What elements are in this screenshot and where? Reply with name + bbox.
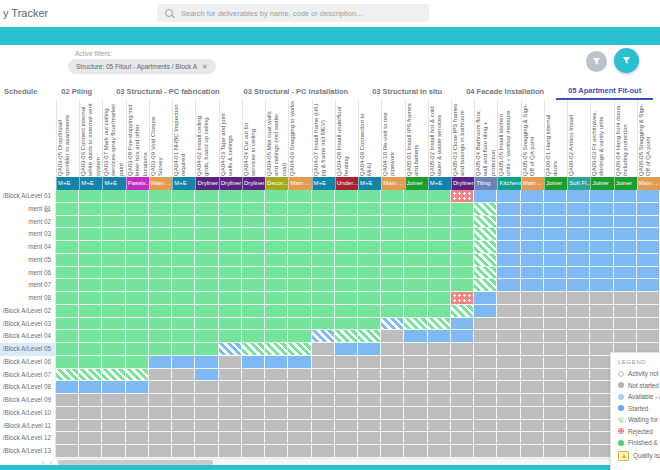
grid-cell[interactable] <box>195 356 218 369</box>
grid-cell[interactable] <box>172 279 195 292</box>
grid-cell[interactable] <box>637 254 660 267</box>
grid-cell[interactable] <box>497 241 520 254</box>
grid-cell[interactable] <box>474 318 497 331</box>
grid-cell[interactable] <box>474 420 497 433</box>
grid-cell[interactable] <box>242 228 265 241</box>
grid-cell[interactable] <box>590 216 613 229</box>
grid-cell[interactable] <box>265 394 288 407</box>
grid-cell[interactable] <box>288 279 311 292</box>
grid-cell[interactable] <box>242 241 265 254</box>
grid-cell[interactable] <box>195 432 218 445</box>
grid-cell[interactable] <box>126 279 149 292</box>
grid-cell[interactable] <box>614 190 637 203</box>
grid-cell[interactable] <box>474 381 497 394</box>
grid-cell[interactable] <box>242 407 265 420</box>
grid-cell[interactable] <box>404 343 427 356</box>
grid-cell[interactable] <box>521 381 544 394</box>
grid-cell[interactable] <box>312 394 335 407</box>
grid-cell[interactable] <box>474 305 497 318</box>
grid-cell[interactable] <box>544 394 567 407</box>
grid-cell[interactable] <box>567 267 590 280</box>
grid-cell[interactable] <box>149 228 172 241</box>
grid-cell[interactable] <box>242 381 265 394</box>
grid-cell[interactable] <box>451 267 474 280</box>
grid-cell[interactable] <box>497 318 520 331</box>
grid-cell[interactable] <box>126 190 149 203</box>
grid-cell[interactable] <box>242 254 265 267</box>
tab-02-piling[interactable]: 02 Piling <box>49 82 104 100</box>
grid-cell[interactable] <box>312 216 335 229</box>
grid-cell[interactable] <box>335 305 358 318</box>
grid-cell[interactable] <box>521 254 544 267</box>
grid-cell[interactable] <box>381 228 404 241</box>
grid-cell[interactable] <box>56 420 79 433</box>
clear-filters-button[interactable] <box>586 51 607 72</box>
row-label[interactable]: /Block A/Level 04 <box>0 330 56 343</box>
grid-cell[interactable] <box>544 267 567 280</box>
grid-cell[interactable] <box>497 267 520 280</box>
row-label[interactable]: ment 04 <box>0 241 56 254</box>
grid-cell[interactable] <box>149 369 172 382</box>
grid-cell[interactable] <box>149 394 172 407</box>
grid-cell[interactable] <box>590 203 613 216</box>
grid-cell[interactable] <box>451 292 474 305</box>
grid-cell[interactable] <box>102 445 125 458</box>
grid-cell[interactable] <box>614 279 637 292</box>
grid-cell[interactable] <box>428 330 451 343</box>
grid-cell[interactable] <box>149 356 172 369</box>
row-label[interactable]: ment 02 <box>0 216 56 229</box>
grid-cell[interactable] <box>219 190 242 203</box>
grid-cell[interactable] <box>497 420 520 433</box>
grid-cell[interactable] <box>102 279 125 292</box>
grid-cell[interactable] <box>242 394 265 407</box>
grid-cell[interactable] <box>149 305 172 318</box>
grid-cell[interactable] <box>56 279 79 292</box>
grid-cell[interactable] <box>381 394 404 407</box>
grid-cell[interactable] <box>288 267 311 280</box>
grid-cell[interactable] <box>288 241 311 254</box>
grid-cell[interactable] <box>404 254 427 267</box>
grid-cell[interactable] <box>590 292 613 305</box>
grid-cell[interactable] <box>474 445 497 458</box>
grid-cell[interactable] <box>428 318 451 331</box>
grid-cell[interactable] <box>428 407 451 420</box>
grid-cell[interactable] <box>497 190 520 203</box>
grid-cell[interactable] <box>404 305 427 318</box>
grid-cell[interactable] <box>544 369 567 382</box>
grid-cell[interactable] <box>312 228 335 241</box>
grid-cell[interactable] <box>567 241 590 254</box>
grid-cell[interactable] <box>102 305 125 318</box>
grid-cell[interactable] <box>428 254 451 267</box>
tab-03-structural-pc-installation[interactable]: 03 Structural - PC installation <box>232 82 361 100</box>
grid-cell[interactable] <box>56 381 79 394</box>
grid-cell[interactable] <box>358 190 381 203</box>
grid-cell[interactable] <box>149 432 172 445</box>
grid-cell[interactable] <box>544 432 567 445</box>
grid-cell[interactable] <box>521 267 544 280</box>
grid-cell[interactable] <box>567 330 590 343</box>
grid-cell[interactable] <box>404 445 427 458</box>
grid-cell[interactable] <box>219 407 242 420</box>
grid-cell[interactable] <box>195 420 218 433</box>
grid-cell[interactable] <box>428 292 451 305</box>
grid-cell[interactable] <box>474 241 497 254</box>
grid-cell[interactable] <box>497 203 520 216</box>
grid-cell[interactable] <box>172 369 195 382</box>
grid-cell[interactable] <box>335 356 358 369</box>
grid-cell[interactable] <box>265 267 288 280</box>
grid-cell[interactable] <box>56 254 79 267</box>
grid-cell[interactable] <box>242 216 265 229</box>
grid-cell[interactable] <box>614 292 637 305</box>
grid-cell[interactable] <box>614 318 637 331</box>
grid-cell[interactable] <box>614 203 637 216</box>
grid-cell[interactable] <box>497 216 520 229</box>
grid-cell[interactable] <box>172 203 195 216</box>
grid-cell[interactable] <box>497 394 520 407</box>
grid-cell[interactable] <box>265 190 288 203</box>
grid-cell[interactable] <box>497 432 520 445</box>
grid-cell[interactable] <box>614 254 637 267</box>
grid-cell[interactable] <box>404 394 427 407</box>
grid-cell[interactable] <box>474 203 497 216</box>
grid-cell[interactable] <box>404 369 427 382</box>
grid-cell[interactable] <box>428 394 451 407</box>
